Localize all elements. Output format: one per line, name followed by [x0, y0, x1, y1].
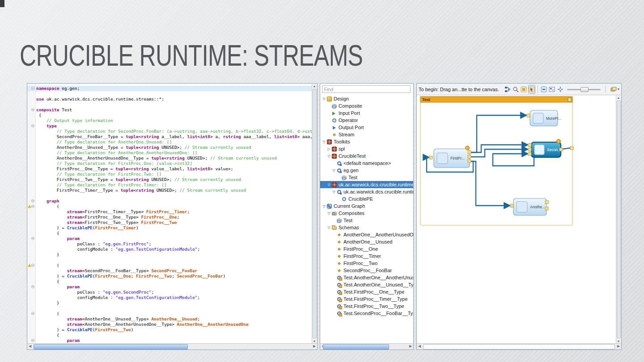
fold-collapse-icon[interactable] [31, 339, 34, 342]
fold-collapse-icon[interactable] [31, 237, 34, 240]
in-port[interactable] [528, 143, 531, 147]
selection-mode-toggle-icon[interactable] [528, 85, 535, 94]
tree-expand-icon[interactable]: ▽ [326, 226, 331, 230]
tree-item[interactable]: AnotherOne__Unused [320, 238, 413, 245]
out-port[interactable] [468, 160, 471, 163]
tree-item[interactable]: FirstProc__Timer [320, 253, 413, 260]
tree-item[interactable]: ▽Design [320, 95, 413, 102]
tree-item[interactable]: FirstProc__Two [320, 260, 413, 267]
tree-expand-icon[interactable]: ▽ [322, 140, 326, 144]
zoom-slider-knob[interactable] [580, 87, 589, 92]
graph-layout-icon[interactable] [504, 85, 511, 94]
canvas-horizontal-scrollbar[interactable]: ◀ ▶ [417, 343, 621, 349]
palette-layout-dropdown[interactable]: ▾ [610, 86, 619, 93]
graph-canvas[interactable]: TestFirstPr...!MorePr...Secon...!Anothe.… [417, 95, 616, 344]
tree-item[interactable]: FirstProc__One [320, 245, 413, 253]
find-input[interactable] [322, 85, 411, 93]
tree-item[interactable]: Composite [320, 102, 413, 109]
tree-expand-icon[interactable]: ▽ [326, 211, 331, 215]
tree-expand-icon[interactable]: ▷ [326, 147, 331, 151]
tree-item[interactable]: Stream [320, 131, 413, 138]
collapse-pin-icon[interactable] [568, 98, 571, 101]
in-port[interactable] [528, 152, 531, 156]
fold-collapse-icon[interactable] [31, 108, 34, 111]
tree-item[interactable]: <default namespace> [320, 160, 413, 167]
fold-collapse-icon[interactable] [31, 312, 34, 315]
tree-item[interactable]: Test [320, 174, 413, 181]
tree-expand-icon[interactable]: ▽ [326, 154, 331, 158]
tree-expand-icon[interactable]: ▽ [326, 183, 331, 187]
tree-item[interactable]: ▽Current Graph [320, 202, 413, 210]
tree-item[interactable]: ▽uk.ac.warwick.dcs.crucible.runtime.s [320, 181, 413, 188]
fold-collapse-icon[interactable] [31, 87, 34, 90]
palette-horizontal-scrollbar[interactable]: ◀ ▶ [320, 343, 413, 349]
tree-item[interactable]: ▷spl [320, 145, 413, 152]
out-port[interactable] [468, 155, 471, 158]
in-port[interactable] [510, 204, 513, 207]
tree-item[interactable]: Output Port [320, 124, 413, 131]
editor-vscroll-thumb[interactable] [313, 89, 317, 338]
scroll-left-icon[interactable]: ◀ [27, 344, 33, 349]
in-port[interactable] [527, 114, 530, 117]
in-port[interactable] [528, 148, 531, 151]
tree-item[interactable]: SecondProc__FooBar [320, 267, 413, 274]
graph-node-secondproc[interactable]: Secon...! [528, 139, 563, 158]
graph-node-firstproc[interactable]: FirstPr...! [429, 146, 471, 168]
canvas-vscroll-thumb[interactable] [617, 101, 621, 338]
editor-hscroll-thumb[interactable] [34, 344, 188, 349]
tree-item[interactable]: ▽uk.ac.warwick.dcs.crucible.runtim [320, 188, 413, 195]
fit-to-canvas-icon[interactable] [557, 85, 564, 94]
tree-item[interactable]: ▽Schemas [320, 224, 413, 231]
fold-collapse-icon[interactable] [31, 124, 34, 127]
scroll-right-icon[interactable]: ▶ [408, 344, 413, 349]
graph-node-anotherone[interactable]: Anothe... [510, 198, 548, 215]
tree-item[interactable]: ▽CrucibleTest [320, 152, 413, 160]
tree-expand-icon[interactable]: ▽ [322, 204, 326, 208]
in-port[interactable] [429, 156, 432, 159]
tree-item[interactable]: Test.SecondProc__FooBar__Type [320, 310, 413, 317]
zoom-slider[interactable] [567, 86, 601, 93]
tree-item[interactable]: CruciblePE [320, 195, 413, 202]
out-port[interactable] [468, 151, 471, 154]
scroll-up-icon[interactable]: ▲ [616, 95, 621, 100]
out-port[interactable] [559, 148, 563, 151]
scroll-up-icon[interactable]: ▲ [312, 84, 317, 88]
out-port[interactable] [545, 207, 548, 210]
tree-item[interactable]: Test.FirstProc__Timer__Type [320, 295, 413, 303]
fold-collapse-icon[interactable] [31, 205, 34, 208]
fold-collapse-icon[interactable] [31, 264, 34, 267]
palette-hscroll-thumb[interactable] [323, 344, 389, 349]
tree-item[interactable]: Test.AnotherOne__AnotherUnused [320, 274, 413, 281]
tree-item[interactable]: Test.FirstProc__One__Type [320, 288, 413, 295]
zoom-icon[interactable] [512, 85, 519, 94]
composite-output-port[interactable] [570, 147, 573, 150]
spl-code-editor-panel[interactable]: namespace eg.gen;use uk.ac.warwick.dcs.c… [27, 83, 318, 350]
editor-horizontal-scrollbar[interactable]: ◀ ▶ [27, 343, 317, 349]
canvas-hscroll-thumb[interactable] [423, 344, 615, 349]
graph-node-moreproc[interactable]: MorePr... [527, 110, 561, 126]
tree-expand-icon[interactable]: ▽ [331, 190, 336, 194]
tree-item[interactable]: Test.AnotherOne__Unused__Type [320, 281, 413, 288]
scroll-right-icon[interactable]: ▶ [616, 344, 621, 349]
tree-item[interactable]: Operator [320, 117, 413, 124]
pan-mode-toggle-icon[interactable] [520, 85, 527, 94]
canvas-vertical-scrollbar[interactable]: ▲ ▼ [616, 95, 621, 344]
tree-expand-icon[interactable]: ▽ [331, 168, 336, 173]
scroll-right-icon[interactable]: ▶ [312, 344, 317, 349]
code-editor-content[interactable]: namespace eg.gen;use uk.ac.warwick.dcs.c… [27, 84, 312, 344]
collapse-composite-icon[interactable] [540, 85, 547, 94]
tree-item[interactable]: Test [320, 217, 413, 224]
tree-item[interactable]: Test.FirstProc__Two__Type [320, 303, 413, 310]
editor-vertical-scrollbar[interactable]: ▲ ▼ [312, 84, 317, 344]
fold-collapse-icon[interactable] [31, 199, 34, 202]
tree-item[interactable]: ▽eg.gen [320, 167, 413, 174]
composite-header[interactable] [420, 97, 572, 102]
tree-expand-icon[interactable]: ▽ [322, 97, 326, 101]
fold-collapse-icon[interactable] [31, 285, 34, 288]
tree-item[interactable]: ▽Toolkits [320, 138, 413, 145]
overview-minimap-icon[interactable] [548, 85, 555, 94]
scroll-left-icon[interactable]: ◀ [417, 344, 422, 349]
tree-item[interactable]: AnotherOne__AnotherUnusedOne [320, 231, 413, 238]
out-port[interactable] [545, 201, 548, 204]
tree-item[interactable]: ▽Composites [320, 210, 413, 217]
